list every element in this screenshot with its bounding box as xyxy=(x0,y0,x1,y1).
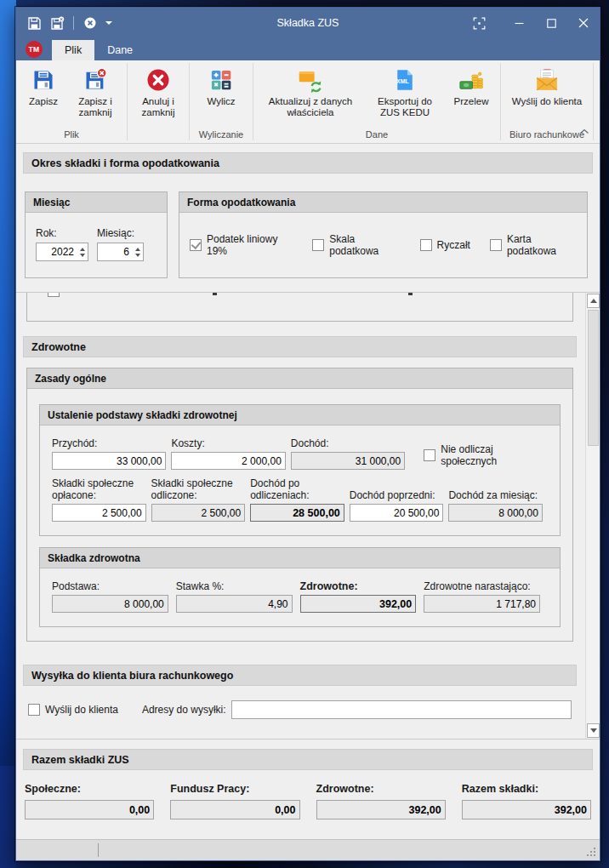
checkbox-ryczalt[interactable]: Ryczałt xyxy=(420,239,470,251)
groupbox-skladka-zdrowotna: Składka zdrowotna Podstawa: 8 000,00 Sta… xyxy=(39,547,561,627)
fit-to-window-button[interactable] xyxy=(460,8,498,38)
razem-skladki-label: Razem składki: xyxy=(462,783,591,795)
checkbox-podatek-liniowy[interactable]: Podatek liniowy 19% xyxy=(190,233,293,257)
qat-separator xyxy=(73,16,74,30)
eksportuj-button[interactable]: XML Eksportuj do ZUS KEDU xyxy=(364,65,446,120)
groupbox-ustalenie-podstawy: Ustalenie podstawy składki zdrowotnej Pr… xyxy=(39,404,561,536)
dochod-za-miesiac-label: Dochód za miesiąc: xyxy=(448,477,543,501)
ribbon-group-label-wyliczanie: Wyliczanie xyxy=(190,128,253,143)
checkbox-wyslij-do-klienta[interactable]: Wyślij do klienta xyxy=(28,704,130,716)
ribbon-collapse-button[interactable] xyxy=(579,123,589,138)
przychod-label: Przychód: xyxy=(52,437,166,449)
zdrowotne-field: 392,00 xyxy=(300,595,417,613)
close-button[interactable] xyxy=(567,8,600,38)
section-header-okres: Okres składki i forma opodatkowania xyxy=(23,152,593,174)
checkbox-nie-odliczaj[interactable]: Nie odliczaj społecznych xyxy=(424,443,548,467)
save-icon xyxy=(27,16,42,31)
ribbon: Zapisz xyxy=(16,60,600,144)
rok-value[interactable]: 2022 xyxy=(37,246,77,258)
koszty-label: Koszty: xyxy=(171,437,285,449)
checkbox-karta-podatkowa[interactable]: Karta podatkowa xyxy=(490,233,577,257)
app-logo: TM xyxy=(26,41,43,58)
checkbox-skala-podatkowa[interactable]: Skala podatkowa xyxy=(312,233,400,257)
przelew-label: Przelew xyxy=(454,96,489,107)
clipped-text-fragment xyxy=(408,293,413,295)
arrow-up-icon xyxy=(590,299,597,303)
przychod-field[interactable]: 33 000,00 xyxy=(52,452,166,470)
spinner-down-icon[interactable] xyxy=(80,254,85,257)
adresy-input[interactable] xyxy=(231,700,572,719)
okres-boxes-row: Miesiąc Rok: 2022 Miesiąc: xyxy=(25,191,588,278)
section-header-razem: Razem składki ZUS xyxy=(23,749,593,770)
wylicz-label: Wylicz xyxy=(207,96,235,107)
xml-file-icon: XML xyxy=(393,66,417,94)
rok-spinner[interactable]: 2022 xyxy=(36,243,88,261)
clipped-checkbox[interactable] xyxy=(48,293,60,297)
minimize-button[interactable] xyxy=(503,8,535,38)
spinner-up-icon[interactable] xyxy=(80,248,85,251)
qat-dropdown-caret-icon[interactable] xyxy=(105,21,112,25)
razem-skladki-field: 392,00 xyxy=(462,800,591,819)
checkbox-unchecked-icon[interactable] xyxy=(28,704,40,716)
sso-field[interactable]: 2 500,00 xyxy=(52,504,146,522)
eksportuj-label: Eksportuj do ZUS KEDU xyxy=(368,96,441,118)
groupbox-forma-opodatkowania: Forma opodatkowania Podatek liniowy 19% … xyxy=(179,191,588,278)
koszty-field[interactable]: 2 000,00 xyxy=(171,452,285,470)
checkbox-unchecked-icon[interactable] xyxy=(48,293,60,297)
scrollbar-thumb[interactable] xyxy=(588,310,599,446)
checkbox-unchecked-icon[interactable] xyxy=(312,239,324,251)
scrollbar-up-button[interactable] xyxy=(587,294,600,308)
dochod-poprzedni-field[interactable]: 20 500,00 xyxy=(350,504,444,522)
window-controls xyxy=(460,8,600,38)
qat-save-close-button[interactable] xyxy=(48,14,65,31)
tab-dane[interactable]: Dane xyxy=(94,40,145,60)
save-close-icon xyxy=(83,66,107,94)
spinner-up-icon[interactable] xyxy=(135,248,140,251)
qat-save-button[interactable] xyxy=(26,14,43,31)
nie-odliczaj-label: Nie odliczaj społecznych xyxy=(441,443,548,467)
ribbon-tab-strip: TM Plik Dane xyxy=(16,38,600,60)
zapisz-button[interactable]: Zapisz xyxy=(20,65,67,109)
clipped-text-fragment xyxy=(213,293,217,295)
miesiac-spinner[interactable]: 6 xyxy=(97,243,144,261)
tab-plik[interactable]: Plik xyxy=(52,40,94,60)
anuluj-i-zamknij-button[interactable]: Anuluj i zamknij xyxy=(131,65,185,120)
wylicz-button[interactable]: Wylicz xyxy=(193,65,249,109)
checkbox-unchecked-icon[interactable] xyxy=(420,239,432,251)
checkbox-podatek-liniowy-label: Podatek liniowy 19% xyxy=(207,233,293,257)
wyslij-do-klienta-button[interactable]: Wyślij do klienta xyxy=(504,65,589,109)
resize-grip[interactable] xyxy=(587,848,596,857)
wyslij-do-klienta-checkbox-label: Wyślij do klienta xyxy=(45,704,118,716)
miesiac-label: Miesiąc: xyxy=(97,227,144,239)
vertical-scrollbar[interactable] xyxy=(585,293,600,739)
maximize-icon xyxy=(547,19,556,28)
aktualizuj-button[interactable]: Aktualizuj z danych właściciela xyxy=(257,65,364,120)
status-bar xyxy=(16,839,600,860)
checkbox-unchecked-icon[interactable] xyxy=(424,449,435,461)
chevron-up-icon xyxy=(579,128,589,134)
miesiac-spinner-arrows[interactable] xyxy=(132,248,143,257)
groupbox-miesiac-header: Miesiąc xyxy=(26,192,167,213)
ribbon-group-wyliczanie: Wylicz Wyliczanie xyxy=(190,60,253,143)
miesiac-value[interactable]: 6 xyxy=(98,246,132,258)
desktop-wallpaper-band xyxy=(0,0,16,868)
cancel-icon xyxy=(145,66,171,94)
spoleczne-label: Społeczne: xyxy=(25,783,154,795)
groupbox-forma-header: Forma opodatkowania xyxy=(179,192,587,213)
checkbox-checked-icon[interactable] xyxy=(190,239,202,251)
spoleczne-field: 0,00 xyxy=(25,800,154,819)
zdrowotne-label: Zdrowotne: xyxy=(300,580,417,592)
qat-cancel-button[interactable] xyxy=(82,14,99,31)
ribbon-group-label-dane: Dane xyxy=(253,128,500,143)
rok-spinner-arrows[interactable] xyxy=(77,248,88,257)
checkbox-unchecked-icon[interactable] xyxy=(490,239,502,251)
refresh-from-owner-icon xyxy=(298,66,323,94)
zapisz-label: Zapisz xyxy=(29,96,58,107)
maximize-button[interactable] xyxy=(535,8,567,38)
zapisz-i-zamknij-button[interactable]: Zapisz i zamknij xyxy=(67,65,123,120)
przelew-button[interactable]: Przelew xyxy=(446,65,497,109)
sso-label: Składki społeczne opłacone: xyxy=(52,477,146,501)
scrollbar-down-button[interactable] xyxy=(587,723,600,738)
spinner-down-icon[interactable] xyxy=(135,254,140,257)
close-icon xyxy=(578,18,589,28)
